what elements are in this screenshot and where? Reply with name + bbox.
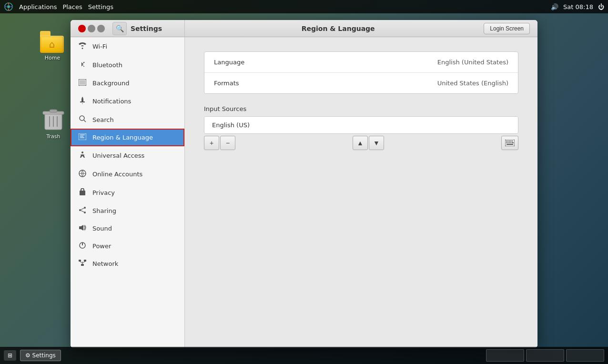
sidebar-item-online-accounts[interactable]: Online Accounts	[71, 165, 184, 183]
language-formats-panel: Language English (United States) Formats…	[204, 51, 518, 94]
home-folder-image: ⌂	[40, 28, 65, 53]
svg-rect-13	[80, 80, 85, 85]
input-sources-box: English (US)	[204, 116, 518, 134]
sidebar-header-area: ✕ − □ 🔍 Settings	[71, 20, 185, 37]
sidebar-title: Settings	[131, 25, 162, 32]
sidebar-item-search[interactable]: Search	[71, 111, 184, 129]
online-accounts-icon	[78, 170, 87, 179]
formats-row[interactable]: Formats United States (English)	[204, 73, 518, 93]
taskbar-right: 🔊 Sat 08:18 ⏻	[551, 3, 604, 10]
window-title: Region & Language	[193, 25, 484, 32]
sharing-icon	[78, 207, 87, 215]
privacy-icon	[78, 188, 87, 197]
sound-sidebar-icon	[78, 224, 87, 233]
svg-line-35	[82, 262, 85, 263]
formats-label: Formats	[214, 80, 437, 87]
minimize-button[interactable]: −	[88, 25, 95, 32]
main-content: Language English (United States) Formats…	[185, 37, 537, 348]
window-switch-button[interactable]: ⊞	[4, 350, 16, 361]
language-label: Language	[214, 59, 437, 66]
svg-rect-44	[509, 142, 510, 143]
taskbar-right-btn-1[interactable]	[486, 349, 524, 362]
sidebar-item-privacy-label: Privacy	[92, 189, 115, 196]
background-icon	[78, 79, 87, 87]
taskbar-right-btn-2[interactable]	[526, 349, 564, 362]
sidebar-item-background-label: Background	[92, 80, 130, 87]
power-icon[interactable]: ⏻	[598, 3, 604, 10]
sidebar-search-button[interactable]: 🔍	[112, 22, 127, 35]
sidebar-item-power[interactable]: Power	[71, 237, 184, 255]
places-menu[interactable]: Places	[62, 3, 82, 10]
clock: Sat 08:18	[563, 3, 593, 10]
svg-line-27	[81, 211, 84, 212]
window-controls: ✕ − □	[74, 25, 109, 32]
applications-menu[interactable]: Applications	[19, 3, 57, 10]
svg-rect-8	[50, 110, 57, 112]
svg-rect-39	[509, 141, 510, 142]
close-button[interactable]: ✕	[78, 25, 86, 32]
input-sources-toolbar: + − ▲ ▼	[204, 136, 518, 150]
svg-rect-30	[81, 264, 84, 266]
settings-menu[interactable]: Settings	[88, 3, 113, 10]
trash-label: Trash	[46, 133, 60, 140]
taskbar-left: Applications Places Settings	[4, 2, 113, 11]
sidebar-item-network[interactable]: Network	[71, 255, 184, 273]
sidebar-item-bluetooth[interactable]: Bluetooth	[71, 56, 184, 74]
svg-point-20	[81, 152, 83, 153]
svg-rect-32	[84, 260, 86, 262]
sidebar-item-notifications[interactable]: Notifications	[71, 92, 184, 111]
trash-icon[interactable]: Trash	[39, 105, 68, 142]
svg-rect-16	[79, 133, 86, 140]
settings-taskbar-icon: ⚙	[25, 352, 30, 359]
input-source-english-us[interactable]: English (US)	[204, 117, 518, 133]
sidebar-item-bluetooth-label: Bluetooth	[92, 61, 122, 69]
sidebar-item-wifi[interactable]: Wi-Fi	[71, 37, 184, 56]
keyboard-icon	[505, 140, 515, 146]
settings-taskbar-label: Settings	[32, 352, 56, 359]
sidebar-item-sound-label: Sound	[92, 225, 112, 232]
sidebar-item-wifi-label: Wi-Fi	[92, 43, 107, 50]
home-folder-icon[interactable]: ⌂ Home	[38, 26, 67, 63]
svg-rect-38	[507, 141, 508, 142]
svg-rect-31	[79, 260, 81, 262]
svg-line-15	[84, 120, 86, 122]
svg-rect-43	[507, 142, 508, 143]
window-body: Wi-Fi Bluetooth Background Notifications	[71, 37, 537, 348]
sidebar-item-universal-access-label: Universal Access	[92, 152, 144, 159]
keyboard-layout-button[interactable]	[501, 136, 518, 150]
house-icon: ⌂	[49, 39, 55, 50]
window-titlebar: ✕ − □ 🔍 Settings Region & Language Login…	[71, 20, 537, 37]
svg-line-34	[80, 262, 83, 263]
add-input-source-button[interactable]: +	[204, 136, 219, 150]
svg-rect-42	[506, 142, 507, 143]
sidebar-item-background[interactable]: Background	[71, 74, 184, 92]
remove-input-source-button[interactable]: −	[220, 136, 235, 150]
taskbar-right-btn-3[interactable]	[566, 349, 604, 362]
svg-rect-37	[506, 141, 507, 142]
bluetooth-icon	[78, 61, 87, 70]
sidebar-item-universal-access[interactable]: Universal Access	[71, 146, 184, 165]
settings-window: ✕ − □ 🔍 Settings Region & Language Login…	[71, 20, 537, 348]
move-up-button[interactable]: ▲	[353, 136, 368, 150]
svg-rect-45	[510, 142, 511, 143]
taskbar-top: Applications Places Settings 🔊 Sat 08:18…	[0, 0, 608, 13]
universal-access-icon	[78, 151, 87, 160]
sidebar-item-notifications-label: Notifications	[92, 98, 131, 105]
svg-rect-46	[512, 142, 514, 143]
svg-rect-41	[512, 141, 513, 142]
move-down-button[interactable]: ▼	[369, 136, 384, 150]
sidebar-item-region[interactable]: Region & Language	[71, 129, 184, 146]
sidebar-item-search-label: Search	[92, 116, 114, 123]
sidebar-item-sound[interactable]: Sound	[71, 220, 184, 237]
taskbar-bottom: ⊞ ⚙ Settings	[0, 347, 608, 364]
maximize-button[interactable]: □	[97, 25, 105, 32]
settings-taskbar-entry[interactable]: ⚙ Settings	[20, 350, 61, 361]
notifications-icon	[78, 97, 87, 106]
login-screen-button[interactable]: Login Screen	[484, 23, 530, 34]
network-icon	[78, 260, 87, 268]
sidebar-item-sharing[interactable]: Sharing	[71, 202, 184, 220]
language-row[interactable]: Language English (United States)	[204, 52, 518, 73]
input-sources-title: Input Sources	[204, 105, 518, 112]
main-title-area: Region & Language Login Screen	[185, 23, 537, 34]
sidebar-item-privacy[interactable]: Privacy	[71, 183, 184, 202]
